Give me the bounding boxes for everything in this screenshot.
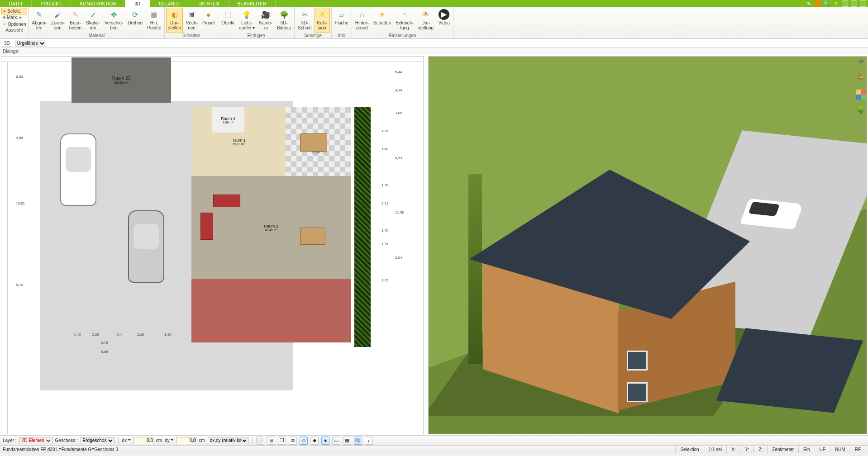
bearbeiten-button[interactable]: ✎Bear- beiten [67,8,83,33]
dy-input[interactable] [176,437,196,444]
right-toolbar: ≋ 🪑 🌳 [854,57,867,116]
kamera-button[interactable]: 🎥Kame- ra [258,8,274,33]
room-garage[interactable]: Raum 21 38,83 m² [72,57,171,103]
drehen-button[interactable]: ⟳Drehen [126,8,144,33]
snap-parallel-icon[interactable]: ▭ [332,437,340,445]
view-splitter[interactable] [424,55,427,435]
tab-bearbeiten[interactable]: BEARBEITEN [229,0,276,7]
coord-mode-select[interactable]: dx,dy (relativ ka [208,437,248,444]
terrain-select[interactable]: Urgelände [15,40,46,47]
lighting-icon: ⌂ [399,9,410,20]
info-icon[interactable]: i [365,437,373,445]
tab-datei[interactable]: DATEI [0,0,32,7]
tree-icon: 🌳 [279,9,290,20]
layer-select[interactable]: 2D-Elemen [19,437,52,444]
status-num: NUM [830,446,850,453]
tab-3d[interactable]: 3D [125,0,150,7]
objekt-button[interactable]: ⬚Objekt [219,8,236,33]
plus-icon: ＋ [2,21,7,27]
orange-box-icon[interactable] [815,0,821,7]
stack-icon[interactable]: ❒ [278,437,286,445]
status-bar: Fundamentplatten FP d20 L=Fundamente G=G… [0,445,868,453]
dining-table-2[interactable] [300,228,325,245]
tab-projekt[interactable]: PROJEKT [32,0,71,7]
calc-icon: 🖩 [186,9,197,20]
dx-input[interactable] [134,437,153,444]
room-4[interactable]: Raum 4 2,86 m² [212,107,244,133]
terrace[interactable] [191,279,351,342]
pinsel-button[interactable]: ●Pinsel [200,8,216,33]
kollision-button[interactable]: ⚠Kolli- sion [315,8,330,33]
sofa-2[interactable] [200,213,213,240]
rechnen-button[interactable]: 🖩Rech- nen [184,8,200,33]
chair-icon[interactable]: 🪑 [856,73,866,83]
geschoss-select[interactable]: Erdgeschos [81,437,114,444]
view-mode-tag[interactable]: 3D [2,40,12,47]
3dbitmap-button[interactable]: 🌳3D- Bitmap [275,8,293,33]
3dschnitt-button[interactable]: ✂3D- Schnitt [296,8,314,33]
clock-icon[interactable]: 🕒 [256,437,264,445]
pencil-icon[interactable]: ✎ [806,0,812,7]
dim-l0: 6,00 [16,75,23,79]
dim-r8: 11,36 [395,210,404,214]
view-3d[interactable] [428,56,867,434]
palette-icon[interactable] [856,90,866,100]
dining-table-1[interactable] [300,133,327,152]
dim-b0: 1,42 [74,332,81,337]
status-message: Fundamentplatten FP d20 L=Fundamente G=G… [3,447,118,452]
car-3d[interactable] [740,199,803,230]
zuweisen-button[interactable]: 🖌Zuwei- sen [49,8,67,33]
options-toggle[interactable]: ＋ Optionen [1,20,27,28]
car-2[interactable] [128,210,164,283]
scissors-icon: ✂ [299,9,310,20]
flaeche-button[interactable]: ▱Fläche [333,8,350,33]
snap-perp-icon[interactable]: ◈ [321,437,329,445]
skalieren-button[interactable]: ⤢Skalie- ren [84,8,102,33]
window-minimize[interactable] [842,0,848,7]
window-close[interactable] [860,0,866,7]
north-icon[interactable]: Ⓝ [354,437,362,445]
status-rf: RF [850,446,865,453]
scale-icon: ⤢ [87,9,98,20]
copy-icon[interactable]: ⧉ [289,437,297,445]
move-icon: ✥ [109,9,119,20]
points-icon: ▦ [149,9,160,20]
abgreifen-button[interactable]: ✎Abgrei- fen [30,8,48,33]
garage-name: Raum 21 [112,76,131,81]
grid-icon[interactable]: ▦ [343,437,351,445]
tree-side-icon[interactable]: 🌳 [856,106,866,116]
window-restore[interactable] [851,0,857,7]
room4-name: Raum 4 [221,116,235,121]
sofa-1[interactable] [213,195,240,207]
dim-r11: 3,54 [395,256,402,260]
tab-konstruktion[interactable]: KONSTRUKTION [71,0,125,7]
monitor-icon[interactable]: 🖥 [267,437,275,445]
lichtquelle-button[interactable]: 💡Licht- quelle ▾ [237,8,256,33]
status-scale: 1:1 sel [704,446,726,453]
tab-sichten[interactable]: SICHTEN [190,0,229,7]
room1-name: Raum 1 [231,138,246,142]
tab-gelaende[interactable]: GELÄNDE [150,0,190,7]
background-icon: ⌂ [357,9,367,20]
hintergrund-button[interactable]: ⌂Hinter- grund [353,8,371,33]
snap-endpoint-icon[interactable]: ◇ [300,437,308,445]
panel-title-einfuegen: Einfügen [219,33,293,38]
beleuchtung-button[interactable]: ⌂Beleuch- tung [394,8,415,33]
darstellen-button[interactable]: ◐Dar- stellen [166,8,183,33]
schatten-cfg-button[interactable]: ☀Schatten [372,8,393,33]
select-toggle[interactable]: ➤ Selekt. [1,8,27,14]
house-3d[interactable] [483,156,736,391]
video-button[interactable]: ▶Video [436,8,452,33]
hinpunkte-button[interactable]: ▦Hin. Punkte [145,8,163,33]
snap-mid-icon[interactable]: ◆ [310,437,319,445]
mark-toggle[interactable]: ✥ Mark. ▾ [1,14,27,20]
darstellung-button[interactable]: 👁Dar- stellung [416,8,435,33]
search-icon[interactable]: 🔍 [824,0,830,7]
room-2[interactable]: Raum 2 46,45 m² [191,176,351,279]
panel-schatten: ◐Dar- stellen 🖩Rech- nen ●Pinsel Schatte… [165,7,218,38]
car-1[interactable] [60,133,96,206]
help-icon[interactable]: ? [833,0,839,7]
layers-icon[interactable]: ≋ [856,57,866,67]
verschieben-button[interactable]: ✥Verschie- ben [103,8,125,33]
view-2d[interactable]: 6,00 4,99 10,81 5,76 Raum 21 38,83 m² Ra… [1,56,424,434]
